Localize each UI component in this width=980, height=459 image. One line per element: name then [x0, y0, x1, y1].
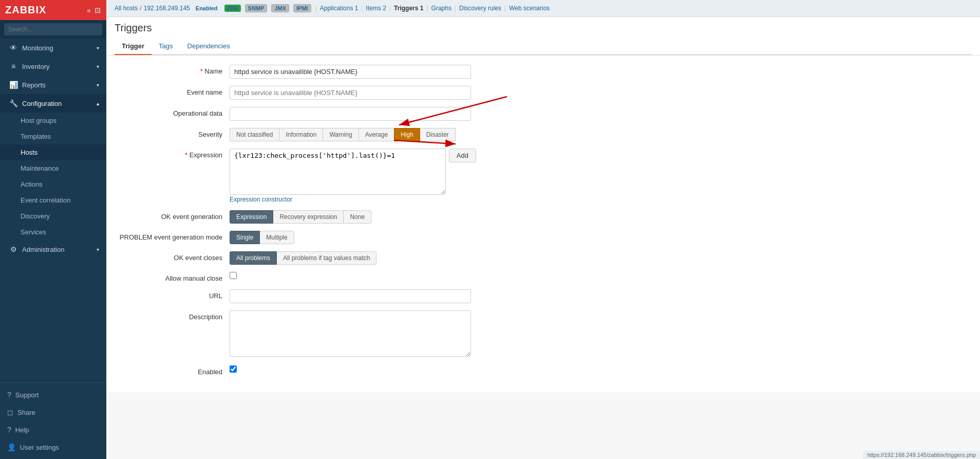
sidebar: ZABBIX « ⊡ 👁 Monitoring ▾ ≡ Inventory ▾ … — [0, 0, 106, 459]
name-input[interactable] — [230, 65, 471, 79]
breadcrumb-discovery-rules[interactable]: Discovery rules — [459, 5, 501, 12]
reports-arrow: ▾ — [97, 82, 99, 88]
user-settings-label: User settings — [20, 444, 59, 451]
severity-warning[interactable]: Warning — [323, 128, 359, 141]
sidebar-item-reports[interactable]: 📊 Reports ▾ — [0, 76, 106, 94]
expression-control: Add Expression constructor — [230, 149, 476, 203]
allow-manual-close-checkbox[interactable] — [230, 272, 237, 279]
ok-event-closes-control: All problems All problems if tag values … — [230, 251, 471, 265]
monitoring-label: Monitoring — [22, 44, 53, 52]
problem-multiple-btn[interactable]: Multiple — [259, 231, 294, 244]
breadcrumb-web-scenarios[interactable]: Web scenarios — [509, 5, 550, 12]
url-control — [230, 289, 471, 303]
severity-disaster[interactable]: Disaster — [420, 128, 456, 141]
support-label: Support — [15, 391, 39, 399]
operational-data-input[interactable] — [230, 107, 471, 121]
user-settings-icon: 👤 — [7, 443, 16, 451]
sidebar-item-administration[interactable]: ⚙ Administration ▾ — [0, 240, 106, 259]
add-button[interactable]: Add — [449, 149, 476, 162]
sidebar-subitem-services[interactable]: Services — [0, 224, 106, 240]
sidebar-subitem-event-correlation[interactable]: Event correlation — [0, 192, 106, 208]
statusbar: https://192.168.249.145/zabbix/triggers.… — [863, 451, 980, 459]
sidebar-item-monitoring[interactable]: 👁 Monitoring ▾ — [0, 39, 106, 57]
ok-closes-all-btn[interactable]: All problems — [230, 251, 277, 265]
event-correlation-label: Event correlation — [21, 196, 71, 204]
form-row-name: * Name — [117, 65, 970, 79]
main-content: All hosts / 192.168.249.145 Enabled ZBX … — [106, 0, 980, 459]
sidebar-subitem-discovery[interactable]: Discovery — [0, 208, 106, 224]
problem-single-btn[interactable]: Single — [230, 231, 260, 244]
sidebar-search-container — [0, 20, 106, 39]
breadcrumb-items[interactable]: Items 2 — [366, 5, 386, 12]
sidebar-subitem-hosts[interactable]: Hosts — [0, 144, 106, 160]
breadcrumb-applications[interactable]: Applications 1 — [320, 5, 359, 12]
sidebar-item-support[interactable]: ? Support — [0, 386, 106, 403]
sidebar-subitem-host-groups[interactable]: Host groups — [0, 113, 106, 128]
reports-icon: 📊 — [9, 81, 18, 89]
zbx-badge[interactable]: ZBX — [224, 5, 241, 12]
sidebar-subitem-actions[interactable]: Actions — [0, 176, 106, 192]
form-area: * Name Event name Operational data — [106, 56, 980, 392]
ok-event-recovery-btn[interactable]: Recovery expression — [273, 210, 344, 224]
enabled-badge: Enabled — [193, 5, 220, 12]
event-name-input[interactable] — [230, 86, 471, 100]
ipmi-badge[interactable]: IPMI — [293, 4, 311, 12]
snmp-badge[interactable]: SNMP — [245, 4, 268, 12]
tab-tags[interactable]: Tags — [152, 38, 180, 55]
breadcrumb-allhosts[interactable]: All hosts — [115, 5, 138, 12]
event-name-label: Event name — [117, 86, 230, 96]
sidebar-subitem-templates[interactable]: Templates — [0, 128, 106, 144]
help-label: Help — [15, 426, 29, 434]
expression-input[interactable] — [230, 149, 446, 195]
page-header: Triggers Trigger Tags Dependencies — [106, 17, 980, 56]
sidebar-item-inventory[interactable]: ≡ Inventory ▾ — [0, 57, 106, 76]
collapse-icon[interactable]: « — [87, 6, 91, 14]
problem-event-mode-label: PROBLEM event generation mode — [117, 231, 230, 241]
expression-constructor-link[interactable]: Expression constructor — [230, 196, 292, 203]
templates-label: Templates — [21, 133, 51, 140]
ok-event-expression-btn[interactable]: Expression — [230, 210, 273, 224]
fullscreen-icon[interactable]: ⊡ — [95, 6, 101, 14]
inventory-icon: ≡ — [9, 62, 18, 70]
severity-control: Not classified Information Warning Avera… — [230, 128, 471, 141]
host-groups-label: Host groups — [21, 117, 56, 124]
logo-text: ZABBIX — [5, 4, 46, 16]
sidebar-item-configuration[interactable]: 🔧 Configuration ▴ — [0, 94, 106, 113]
sidebar-item-help[interactable]: ? Help — [0, 421, 106, 438]
operational-data-label: Operational data — [117, 107, 230, 117]
breadcrumb-triggers[interactable]: Triggers 1 — [394, 5, 423, 12]
sidebar-item-user-settings[interactable]: 👤 User settings — [0, 438, 106, 456]
description-label: Description — [117, 310, 230, 321]
severity-not-classified[interactable]: Not classified — [230, 128, 279, 141]
ok-event-gen-control: Expression Recovery expression None — [230, 210, 471, 224]
form-row-severity: Severity Not classified Information Warn… — [117, 128, 970, 141]
monitoring-icon: 👁 — [9, 44, 18, 52]
severity-information[interactable]: Information — [279, 128, 323, 141]
enabled-checkbox[interactable] — [230, 365, 237, 373]
severity-group: Not classified Information Warning Avera… — [230, 128, 471, 141]
form-row-ok-event-gen: OK event generation Expression Recovery … — [117, 210, 970, 224]
severity-label: Severity — [117, 128, 230, 138]
breadcrumb-graphs[interactable]: Graphs — [431, 5, 451, 12]
form-row-operational-data: Operational data — [117, 107, 970, 121]
description-input[interactable] — [230, 310, 471, 357]
url-input[interactable] — [230, 289, 471, 303]
severity-average[interactable]: Average — [359, 128, 394, 141]
search-input[interactable] — [4, 23, 102, 35]
sidebar-item-share[interactable]: ◻ Share — [0, 403, 106, 421]
ok-event-closes-group: All problems All problems if tag values … — [230, 251, 471, 265]
severity-high[interactable]: High — [394, 128, 420, 141]
configuration-arrow: ▴ — [97, 101, 99, 106]
ok-closes-tag-btn[interactable]: All problems if tag values match — [276, 251, 376, 265]
description-control — [230, 310, 471, 358]
share-label: Share — [17, 409, 35, 416]
breadcrumb-host-ip[interactable]: 192.168.249.145 — [144, 5, 190, 12]
ok-event-none-btn[interactable]: None — [343, 210, 371, 224]
form-row-problem-event-mode: PROBLEM event generation mode Single Mul… — [117, 231, 970, 244]
services-label: Services — [21, 228, 46, 236]
expression-label: * Expression — [117, 149, 230, 159]
tab-trigger[interactable]: Trigger — [115, 38, 152, 55]
tab-dependencies[interactable]: Dependencies — [180, 38, 237, 55]
jmx-badge[interactable]: JMX — [271, 4, 289, 12]
sidebar-subitem-maintenance[interactable]: Maintenance — [0, 160, 106, 176]
